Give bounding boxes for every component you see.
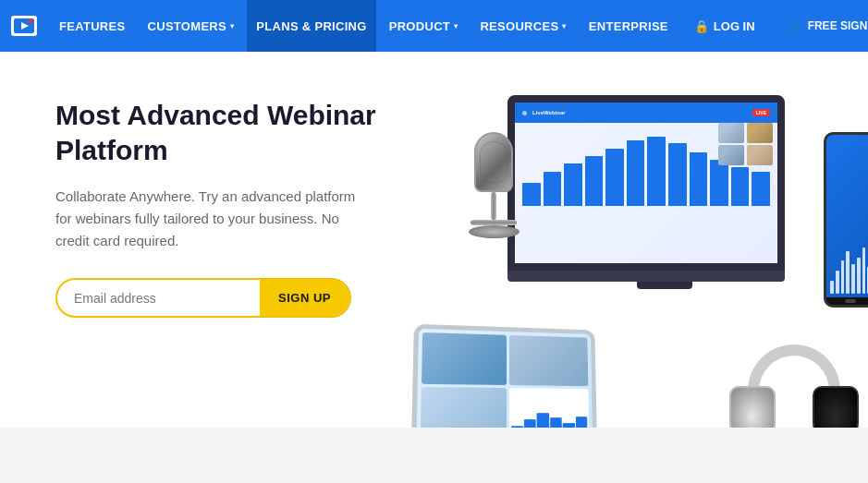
logo-icon — [11, 16, 37, 36]
mic-head — [474, 132, 513, 192]
svg-point-2 — [29, 19, 33, 24]
signup-form: SIGN UP — [55, 278, 351, 318]
email-input[interactable] — [57, 282, 260, 315]
laptop-stand — [637, 282, 692, 289]
hero-illustration: LiveWebinar LIVE — [397, 77, 868, 465]
laptop-navbar: LiveWebinar LIVE — [515, 103, 777, 123]
tablet-cell-1 — [422, 332, 507, 384]
phone-home-button — [845, 299, 856, 303]
signup-button[interactable]: SIGN UP — [260, 280, 349, 316]
live-badge: LIVE — [752, 109, 770, 116]
nav-product[interactable]: PRODUCT ▾ — [380, 0, 468, 52]
laptop-illustration: LiveWebinar LIVE — [507, 95, 822, 317]
video-grid — [718, 123, 774, 165]
hero-section: Most Advanced Webinar Platform Collabora… — [0, 52, 868, 483]
microphone-illustration — [452, 132, 535, 289]
navigation: FEATURES CUSTOMERS ▾ PLANS & PRICING PRO… — [0, 0, 868, 52]
phone-illustration — [824, 132, 868, 308]
phone-bottom — [826, 297, 868, 305]
video-cell-2 — [747, 123, 773, 143]
video-cell-1 — [718, 123, 744, 143]
phone-screen — [826, 135, 868, 297]
laptop-screen: LiveWebinar LIVE — [507, 95, 785, 271]
nav-enterprise[interactable]: ENTERPRISE — [580, 0, 678, 52]
mic-arm — [471, 220, 517, 225]
video-cell-4 — [747, 145, 773, 165]
app-title: LiveWebinar — [532, 110, 566, 115]
product-arrow-icon: ▾ — [454, 22, 458, 30]
free-signup-button[interactable]: 👤 FREE SIGN UP — [779, 0, 868, 52]
resources-arrow-icon: ▾ — [562, 22, 566, 30]
nav-customers[interactable]: CUSTOMERS ▾ — [139, 0, 244, 52]
mic-base — [469, 225, 520, 238]
nav-features[interactable]: FEATURES — [50, 0, 135, 52]
login-button[interactable]: 🔒 LOG IN — [685, 0, 764, 52]
hero-title: Most Advanced Webinar Platform — [55, 98, 379, 167]
nav-plans-pricing[interactable]: PLANS & PRICING — [247, 0, 375, 52]
video-cell-3 — [718, 145, 744, 165]
customers-arrow-icon: ▾ — [230, 22, 234, 30]
mic-neck — [491, 192, 496, 220]
nav-resources[interactable]: RESOURCES ▾ — [471, 0, 575, 52]
logo[interactable] — [11, 16, 37, 36]
tablet-screen — [416, 329, 593, 443]
lock-icon: 🔒 — [694, 19, 709, 33]
hero-content: Most Advanced Webinar Platform Collabora… — [0, 52, 397, 483]
hero-subtitle: Collaborate Anywhere. Try an advanced pl… — [55, 186, 370, 252]
navbar-dot — [522, 111, 527, 115]
tablet-cell-2 — [508, 335, 588, 386]
laptop-screen-inner: LiveWebinar LIVE — [515, 103, 777, 263]
laptop-base — [507, 271, 785, 282]
person-plus-icon: 👤 — [789, 19, 803, 33]
